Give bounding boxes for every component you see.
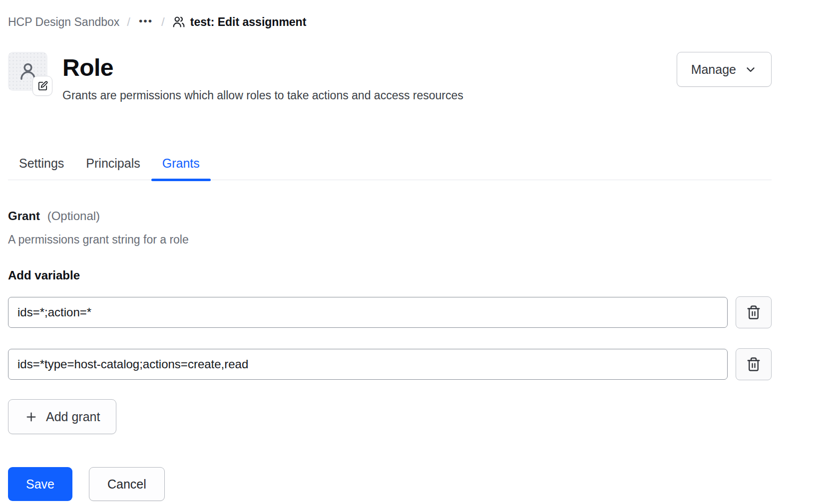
grant-label: Grant <box>8 209 40 223</box>
cancel-button[interactable]: Cancel <box>89 467 165 501</box>
add-grant-label: Add grant <box>46 410 100 424</box>
header-text: Role Grants are permissions which allow … <box>62 52 463 102</box>
plus-icon <box>24 410 38 424</box>
breadcrumb-current-label: test: Edit assignment <box>190 15 307 29</box>
page-header: Role Grants are permissions which allow … <box>8 52 772 102</box>
save-button[interactable]: Save <box>8 467 72 501</box>
avatar <box>8 52 47 91</box>
grant-input-2[interactable] <box>8 349 728 380</box>
role-page: HCP Design Sandbox / ••• / test: Edit as… <box>8 0 772 501</box>
avatar-edit-button[interactable] <box>32 76 52 96</box>
delete-grant-button-1[interactable] <box>736 296 772 328</box>
tab-bar: Settings Principals Grants <box>8 156 772 180</box>
breadcrumb: HCP Design Sandbox / ••• / test: Edit as… <box>8 15 772 29</box>
manage-button-label: Manage <box>691 62 736 77</box>
page-subtitle: Grants are permissions which allow roles… <box>62 89 463 102</box>
grant-row <box>8 296 772 328</box>
manage-button[interactable]: Manage <box>677 52 772 87</box>
breadcrumb-overflow-button[interactable]: ••• <box>138 14 154 30</box>
breadcrumb-current: test: Edit assignment <box>172 15 307 29</box>
add-grant-button[interactable]: Add grant <box>8 399 116 434</box>
grant-row <box>8 348 772 380</box>
users-icon <box>172 15 185 28</box>
breadcrumb-separator: / <box>127 15 130 29</box>
grants-section: Grant (Optional) A permissions grant str… <box>8 209 772 434</box>
tab-principals[interactable]: Principals <box>75 156 151 180</box>
trash-icon <box>746 305 761 320</box>
tab-grants[interactable]: Grants <box>151 156 211 180</box>
grant-optional-label: (Optional) <box>47 209 100 223</box>
breadcrumb-org-link[interactable]: HCP Design Sandbox <box>8 15 119 29</box>
grant-input-1[interactable] <box>8 297 728 328</box>
grant-field-label-row: Grant (Optional) <box>8 209 772 223</box>
add-variable-heading: Add variable <box>8 268 772 282</box>
grant-helper-text: A permissions grant string for a role <box>8 233 772 247</box>
delete-grant-button-2[interactable] <box>736 348 772 380</box>
tab-settings[interactable]: Settings <box>8 156 75 180</box>
form-actions: Save Cancel <box>8 467 772 501</box>
trash-icon <box>746 357 761 372</box>
chevron-down-icon <box>744 63 757 76</box>
edit-icon <box>37 80 48 92</box>
page-title: Role <box>62 54 463 81</box>
breadcrumb-separator: / <box>161 15 165 29</box>
